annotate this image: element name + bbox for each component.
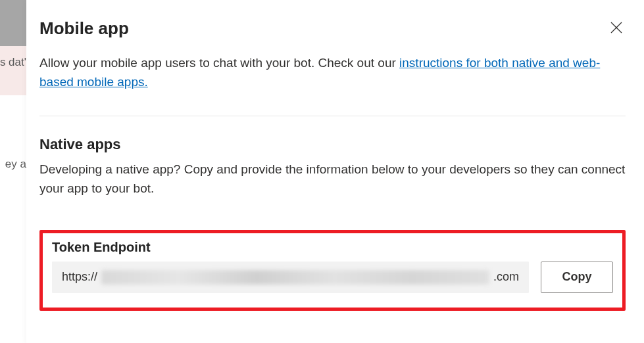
background-text-fragment: 's dat [0,56,26,69]
background-text-fragment: ey a [0,158,26,171]
panel-header: Mobile app [39,18,626,39]
intro-text: Allow your mobile app users to chat with… [39,53,626,92]
close-button[interactable] [607,18,626,37]
native-apps-heading: Native apps [39,136,626,153]
copy-button[interactable]: Copy [541,262,613,293]
section-divider [39,116,626,116]
token-endpoint-value-prefix: https:// [62,270,97,284]
token-endpoint-value-redacted [101,270,489,285]
mobile-app-panel: Mobile app Allow your mobile app users t… [26,0,644,343]
page-title: Mobile app [39,18,129,39]
background-strip-dark [0,0,26,46]
background-panel: 's dat ey a [0,0,26,343]
token-endpoint-row: https:// .com Copy [52,262,613,293]
token-endpoint-highlight: Token Endpoint https:// .com Copy [39,230,626,311]
token-endpoint-value-suffix: .com [493,270,519,284]
background-strip-pink [0,46,26,95]
native-apps-description: Developing a native app? Copy and provid… [39,160,626,198]
close-icon [610,21,623,34]
intro-text-before: Allow your mobile app users to chat with… [39,56,399,70]
token-endpoint-input[interactable]: https:// .com [52,262,529,293]
token-endpoint-label: Token Endpoint [52,240,613,255]
